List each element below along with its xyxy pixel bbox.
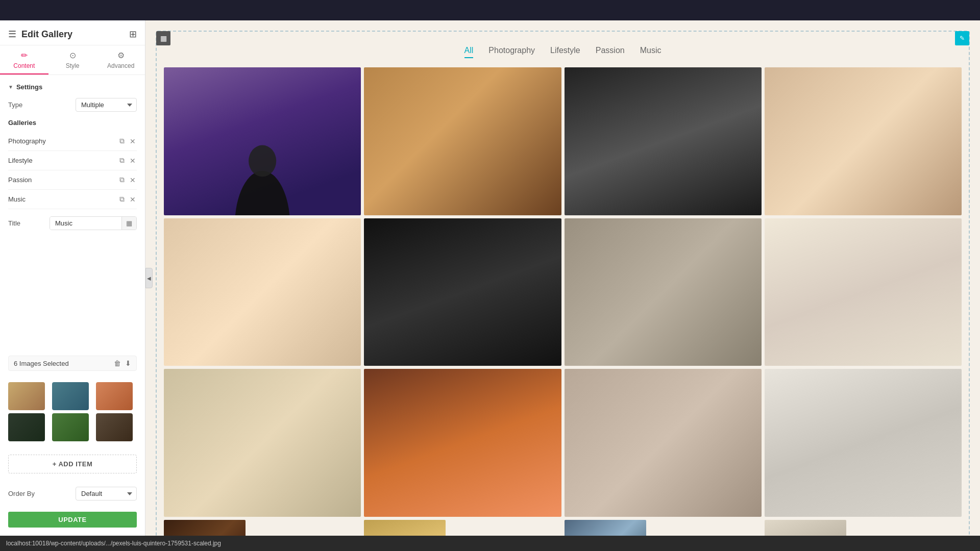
content-tab-label: Content [13,62,35,69]
image-cell-8[interactable] [765,218,962,366]
image-cell-11[interactable] [565,369,762,517]
hamburger-icon[interactable]: ☰ [8,29,16,40]
filter-tab-photography[interactable]: Photography [488,44,535,58]
filter-tab-lifestyle[interactable]: Lifestyle [550,44,580,58]
thumbnail-6[interactable] [96,413,133,441]
thumbnail-5[interactable] [52,413,89,441]
advanced-tab-label: Advanced [107,62,134,69]
thumbnail-3[interactable] [96,382,133,410]
image-cell-3[interactable] [565,67,762,215]
filter-tabs: All Photography Lifestyle Passion Music [162,37,964,67]
image-cell-14[interactable] [364,520,446,536]
gallery-item-name-music: Music [8,195,118,203]
title-input-wrapper: ▦ [50,216,137,230]
download-images-button[interactable]: ⬇ [125,359,131,367]
gallery-item-photography: Photography ⧉ ✕ [8,132,137,151]
bottom-url: localhost:10018/wp-content/uploads/.../p… [6,540,221,547]
image-cell-2[interactable] [364,67,561,215]
image-cell-16[interactable] [765,520,846,536]
image-cell-5[interactable] [164,218,361,366]
settings-label: Settings [16,83,42,91]
sidebar: ☰ Edit Gallery ⊞ ✏ Content ⊙ Style ⚙ Adv… [0,20,145,536]
thumbnail-1[interactable] [8,382,45,410]
update-button[interactable]: UPDATE [8,512,137,528]
sidebar-header: ☰ Edit Gallery ⊞ [0,20,145,45]
top-bar [0,0,980,20]
duplicate-gallery-passion[interactable]: ⧉ [118,174,126,185]
gallery-item-passion: Passion ⧉ ✕ [8,170,137,190]
grid-icon[interactable]: ⊞ [129,29,137,40]
duplicate-gallery-photography[interactable]: ⧉ [118,136,126,146]
gallery-item-actions-lifestyle: ⧉ ✕ [118,155,137,166]
filter-tab-passion[interactable]: Passion [596,44,625,58]
title-calendar-icon: ▦ [121,217,136,230]
filter-tab-all[interactable]: All [464,44,474,58]
image-cell-13[interactable] [164,520,246,536]
gallery-item-actions-passion: ⧉ ✕ [118,174,137,185]
title-row: Title ▦ [8,216,137,230]
sidebar-title: Edit Gallery [21,29,72,40]
gallery-item-name-photography: Photography [8,137,118,145]
image-cell-1[interactable] [164,67,361,215]
main-content: ▦ ✎ All Photography Lifestyle Passion Mu… [145,20,980,536]
style-tab-icon: ⊙ [69,51,76,60]
type-select[interactable]: Multiple Single [76,98,137,112]
sidebar-content: ▼ Settings Type Multiple Single Gallerie… [0,75,145,356]
title-field-label: Title [8,219,20,227]
order-by-select[interactable]: Default Date Title [76,487,137,500]
filter-tab-music[interactable]: Music [640,44,662,58]
image-cell-15[interactable] [565,520,646,536]
type-label: Type [8,101,22,109]
duplicate-gallery-lifestyle[interactable]: ⧉ [118,155,126,166]
delete-images-button[interactable]: 🗑 [114,359,121,367]
thumbnail-2[interactable] [52,382,89,410]
images-selected-bar: 6 Images Selected 🗑 ⬇ [8,356,137,371]
thumbnail-grid [8,382,137,441]
order-by-label: Order By [8,490,35,497]
remove-gallery-lifestyle[interactable]: ✕ [129,156,137,166]
gallery-wrapper: ▦ ✎ All Photography Lifestyle Passion Mu… [156,31,970,536]
order-by-row: Order By Default Date Title [8,487,137,500]
remove-gallery-photography[interactable]: ✕ [129,136,137,146]
gallery-item-music: Music ⧉ ✕ [8,190,137,209]
sidebar-tabs: ✏ Content ⊙ Style ⚙ Advanced [0,45,145,75]
settings-arrow-icon: ▼ [8,84,13,90]
title-input[interactable] [50,217,121,230]
svg-point-0 [235,171,290,215]
gallery-item-name-lifestyle: Lifestyle [8,157,118,164]
sidebar-header-left: ☰ Edit Gallery [8,29,72,40]
tab-advanced[interactable]: ⚙ Advanced [96,45,145,74]
section-header-settings: ▼ Settings [8,83,137,91]
thumbnail-4[interactable] [8,413,45,441]
gallery-item-actions-music: ⧉ ✕ [118,194,137,205]
style-tab-label: Style [66,62,80,69]
bottom-sidebar-area: 6 Images Selected 🗑 ⬇ + ADD ITEM [0,356,145,536]
type-row: Type Multiple Single [8,98,137,112]
gallery-item-lifestyle: Lifestyle ⧉ ✕ [8,151,137,170]
galleries-label: Galleries [8,119,137,127]
images-selected-actions: 🗑 ⬇ [114,359,131,367]
tab-style[interactable]: ⊙ Style [48,45,97,74]
remove-gallery-passion[interactable]: ✕ [129,175,137,185]
gallery-widget-button[interactable]: ▦ [156,31,170,45]
images-selected-text: 6 Images Selected [14,360,69,367]
image-cell-4[interactable] [765,67,962,215]
image-cell-10[interactable] [364,369,561,517]
gallery-edit-button[interactable]: ✎ [955,31,969,45]
settings-section: ▼ Settings Type Multiple Single Gallerie… [8,83,137,230]
gallery-item-name-passion: Passion [8,176,118,184]
sidebar-wrapper: ☰ Edit Gallery ⊞ ✏ Content ⊙ Style ⚙ Adv… [0,20,145,536]
image-cell-12[interactable] [765,369,962,517]
image-cell-6[interactable] [364,218,561,366]
image-cell-9[interactable] [164,369,361,517]
gallery-item-actions-photography: ⧉ ✕ [118,136,137,146]
duplicate-gallery-music[interactable]: ⧉ [118,194,126,205]
remove-gallery-music[interactable]: ✕ [129,194,137,205]
image-cell-7[interactable] [565,218,762,366]
bottom-bar: localhost:10018/wp-content/uploads/.../p… [0,536,980,551]
sidebar-collapse-button[interactable]: ◀ [145,268,153,288]
add-item-button[interactable]: + ADD ITEM [8,455,137,473]
image-grid [162,67,964,536]
advanced-tab-icon: ⚙ [117,51,125,60]
tab-content[interactable]: ✏ Content [0,45,48,74]
